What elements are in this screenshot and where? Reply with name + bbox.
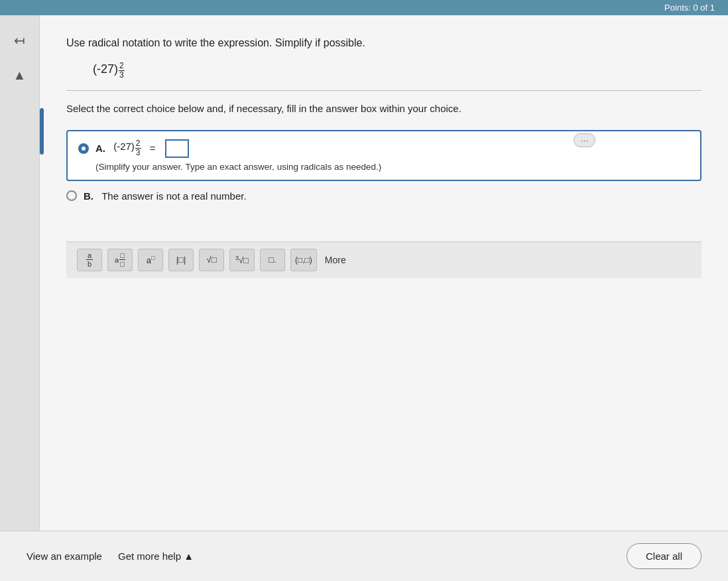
toolbar-exponent-btn[interactable]: a□ (138, 249, 163, 271)
points-text: Points: 0 of 1 (664, 3, 715, 13)
choice-a-expr: (-27)23 (113, 139, 141, 157)
content-area: Use radical notation to write the expres… (40, 15, 728, 531)
toolbar-sqrt-btn[interactable]: √□ (199, 249, 224, 271)
bottom-left: View an example Get more help ▲ (27, 550, 194, 562)
toolbar-more-label[interactable]: More (325, 255, 346, 265)
toolbar-absolute-value-btn[interactable]: |□| (168, 249, 194, 271)
choice-b-label: B. The answer is not a real number. (84, 190, 247, 202)
choice-a-exponent: 23 (135, 139, 141, 157)
choice-b-row: B. The answer is not a real number. (66, 190, 701, 202)
expr-exponent: 23 (119, 62, 125, 80)
answer-input-a[interactable] (165, 139, 189, 158)
left-sidebar: ↤ ▲ (0, 15, 40, 531)
choice-b-container: B. The answer is not a real number. (66, 190, 701, 202)
toolbar-mixed-fraction-btn[interactable]: a □ □ (107, 249, 133, 271)
clear-all-button[interactable]: Clear all (627, 543, 701, 569)
choice-b-text: The answer is not a real number. (101, 190, 246, 202)
view-example-link[interactable]: View an example (27, 550, 102, 562)
choices-container: A. (-27)23 = (Simplify your answer. Type… (66, 130, 701, 202)
bottom-bar: View an example Get more help ▲ Clear al… (0, 531, 728, 581)
ellipsis-button[interactable]: ··· (574, 133, 595, 147)
select-prompt: Select the correct choice below and, if … (66, 101, 701, 117)
main-expression: (-27)23 (93, 62, 701, 80)
main-expr-text: (-27)23 (93, 62, 125, 76)
toolbar-decimal-btn[interactable]: □. (260, 249, 285, 271)
radio-a[interactable] (78, 143, 89, 154)
expr-base: (-27) (93, 62, 118, 76)
radio-b[interactable] (66, 190, 77, 201)
get-more-help-btn[interactable]: Get more help ▲ (118, 550, 194, 562)
back-button[interactable]: ↤ (8, 29, 32, 52)
instruction-text: Use radical notation to write the expres… (66, 35, 701, 51)
toolbar-cbrt-btn[interactable]: 3√□ (229, 249, 255, 271)
toolbar-fraction-btn[interactable]: a b (77, 249, 102, 271)
choice-a-hint: (Simplify your answer. Type an exact ans… (95, 162, 690, 172)
up-button[interactable]: ▲ (8, 63, 32, 87)
choice-a-row: A. (-27)23 = (78, 139, 690, 158)
choice-a-label: A. (-27)23 = (95, 139, 190, 158)
divider (66, 90, 701, 91)
choice-a-box[interactable]: A. (-27)23 = (Simplify your answer. Type… (66, 130, 701, 181)
math-toolbar: a b a □ □ a□ |□| √□ (66, 241, 701, 278)
left-indicator (40, 108, 44, 155)
points-bar: Points: 0 of 1 (0, 0, 728, 15)
toolbar-interval-btn[interactable]: (□,□) (290, 249, 317, 271)
